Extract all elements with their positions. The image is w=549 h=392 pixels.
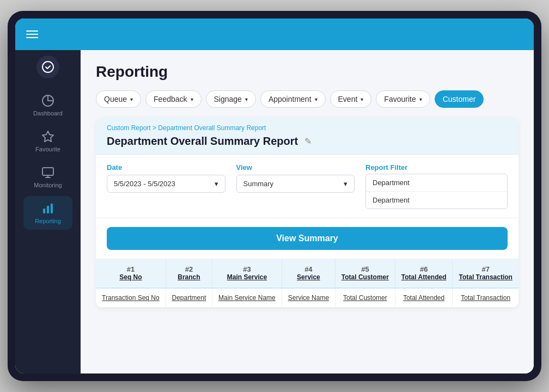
- svg-rect-3: [47, 206, 49, 213]
- chevron-down-icon: ▾: [245, 96, 248, 102]
- filter-tab-signage-label: Signage: [214, 95, 242, 103]
- hamburger-menu-button[interactable]: [26, 30, 38, 38]
- device-frame: Dashboard Favourite: [8, 11, 541, 381]
- report-table: #1 Seq No #2 Branch #3 M: [96, 259, 518, 308]
- table-header-row-nums: #1 Seq No #2 Branch #3 M: [96, 259, 518, 288]
- table-sub-col-7: Total Transaction: [453, 288, 518, 308]
- view-summary-button[interactable]: View Summary: [107, 227, 508, 250]
- table-sub-col-3: Main Service Name: [212, 288, 282, 308]
- filter-tab-favourite[interactable]: Favourite ▾: [376, 90, 430, 108]
- table-col-num-2: #2 Branch: [166, 259, 212, 288]
- table-col-num-7: #7 Total Transaction: [453, 259, 518, 288]
- table-col-num-5: #5 Total Customer: [335, 259, 395, 288]
- sidebar-item-favourite-label: Favourite: [35, 146, 60, 152]
- table-sub-col-5: Total Customer: [335, 288, 395, 308]
- edit-icon[interactable]: ✎: [304, 136, 312, 146]
- report-table-wrapper: #1 Seq No #2 Branch #3 M: [96, 259, 518, 308]
- table-sub-col-4: Service Name: [282, 288, 335, 308]
- sidebar-item-dashboard[interactable]: Dashboard: [23, 88, 72, 122]
- sidebar-item-dashboard-label: Dashboard: [33, 110, 63, 117]
- table-sub-col-2: Department: [166, 288, 212, 308]
- sidebar: Dashboard Favourite: [15, 50, 81, 373]
- filter-option-1[interactable]: Department: [366, 192, 507, 209]
- page-title: Reporting: [96, 63, 518, 81]
- date-label: Date: [107, 163, 225, 171]
- star-icon: [41, 130, 55, 144]
- chevron-down-icon: ▾: [361, 96, 363, 102]
- date-control-group: Date 5/5/2023 - 5/5/2023 ▾: [107, 163, 225, 193]
- view-select[interactable]: Summary ▾: [236, 175, 355, 193]
- monitor-icon: [41, 166, 55, 180]
- chevron-down-icon: ▾: [315, 96, 318, 102]
- table-col-num-4: #4 Service: [282, 259, 335, 288]
- sidebar-logo: [36, 56, 59, 78]
- filter-tab-customer-label: Customer: [443, 95, 476, 103]
- filter-tabs-bar: Queue ▾ Feedback ▾ Signage ▾ Appointment…: [96, 90, 518, 108]
- filter-tab-favourite-label: Favourite: [384, 95, 416, 103]
- date-value: 5/5/2023 - 5/5/2023: [114, 180, 175, 188]
- main-content: Reporting Queue ▾ Feedback ▾ Signage ▾: [81, 50, 534, 373]
- report-title-row: Department Overall Summary Report ✎: [107, 135, 508, 148]
- chevron-down-icon: ▾: [419, 96, 422, 102]
- report-header: Custom Report > Department Overall Summa…: [96, 118, 518, 155]
- filter-tab-feedback[interactable]: Feedback ▾: [145, 90, 201, 108]
- report-title: Department Overall Summary Report: [107, 135, 298, 148]
- filter-options-list: Department Department: [365, 174, 508, 209]
- filter-tab-appointment[interactable]: Appointment ▾: [260, 90, 326, 108]
- svg-point-0: [42, 62, 53, 72]
- table-sub-col-1: Transaction Seq No: [96, 288, 166, 308]
- table-sub-header-row: Transaction Seq No Department Main Servi…: [96, 288, 518, 308]
- chevron-down-icon: ▾: [130, 96, 133, 102]
- filter-tab-feedback-label: Feedback: [154, 95, 187, 103]
- report-controls: Date 5/5/2023 - 5/5/2023 ▾ View Summary …: [96, 155, 518, 218]
- table-col-num-3: #3 Main Service: [212, 259, 282, 288]
- view-control-group: View Summary ▾: [236, 163, 355, 193]
- view-value: Summary: [243, 180, 274, 188]
- sidebar-item-favourite[interactable]: Favourite: [23, 124, 72, 158]
- logo-icon: [41, 60, 54, 74]
- sidebar-item-monitoring-label: Monitoring: [34, 182, 62, 188]
- breadcrumb: Custom Report > Department Overall Summa…: [107, 124, 508, 132]
- svg-rect-2: [43, 209, 45, 213]
- table-col-num-1: #1 Seq No: [96, 259, 166, 288]
- table-sub-col-6: Total Attended: [395, 288, 452, 308]
- report-filter-label: Report Filter: [365, 163, 508, 171]
- top-bar: [15, 19, 534, 50]
- report-container: Custom Report > Department Overall Summa…: [96, 118, 518, 308]
- table-col-num-6: #6 Total Attended: [395, 259, 452, 288]
- filter-tab-event[interactable]: Event ▾: [330, 90, 372, 108]
- sidebar-item-reporting[interactable]: Reporting: [23, 196, 72, 230]
- bar-chart-icon: [41, 201, 55, 216]
- filter-tab-customer[interactable]: Customer: [435, 90, 484, 108]
- svg-rect-1: [42, 168, 53, 175]
- main-layout: Dashboard Favourite: [15, 50, 534, 373]
- chart-pie-icon: [41, 94, 55, 108]
- date-select[interactable]: 5/5/2023 - 5/5/2023 ▾: [107, 175, 225, 193]
- view-label: View: [236, 163, 355, 171]
- filter-tab-queue-label: Queue: [104, 95, 127, 103]
- filter-tab-queue[interactable]: Queue ▾: [96, 90, 141, 108]
- sidebar-item-reporting-label: Reporting: [35, 218, 61, 224]
- chevron-down-icon: ▾: [344, 180, 347, 188]
- report-filter-group: Report Filter Department Department: [365, 163, 508, 209]
- sidebar-item-monitoring[interactable]: Monitoring: [23, 160, 72, 194]
- filter-tab-signage[interactable]: Signage ▾: [206, 90, 256, 108]
- filter-tab-appointment-label: Appointment: [269, 95, 312, 103]
- chevron-down-icon: ▾: [191, 96, 193, 102]
- chevron-down-icon: ▾: [215, 180, 218, 188]
- svg-rect-4: [51, 204, 53, 213]
- device-inner: Dashboard Favourite: [15, 19, 534, 373]
- filter-option-0[interactable]: Department: [366, 174, 507, 192]
- filter-tab-event-label: Event: [338, 95, 358, 103]
